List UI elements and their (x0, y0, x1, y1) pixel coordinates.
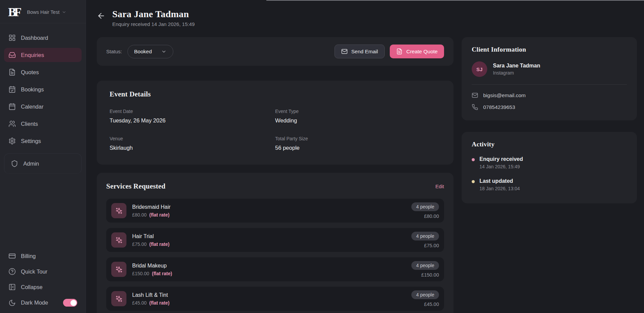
page-subtitle: Enquiry received 14 Jan 2026, 15:49 (112, 21, 195, 27)
shield-icon (11, 160, 18, 167)
sparkles-icon (115, 295, 123, 303)
people-badge: 4 people (411, 261, 439, 270)
chevron-down-icon (62, 10, 66, 15)
sidebar-footer-item[interactable]: Quick Tour (4, 265, 82, 278)
service-icon-tile (111, 262, 126, 277)
activity-card: Activity Enquiry received 14 Jan 2026, 1… (462, 132, 637, 203)
client-info-card: Client Information SJ Sara Jane Tadman I… (462, 37, 637, 120)
admin-section: Admin (4, 153, 82, 174)
status-label: Status: (106, 49, 122, 54)
field-value: Tuesday, 26 May 2026 (110, 117, 275, 124)
divider (0, 23, 86, 23)
sidebar-nav: Dashboard Enquiries Quotes Bookings Cale… (4, 31, 82, 148)
page-title: Sara Jane Tadman (112, 9, 195, 20)
field-label: Event Type (275, 109, 441, 114)
service-name: Bridal Makeup (132, 263, 406, 269)
service-price: £80.00 (132, 212, 147, 218)
sidebar-spacer (4, 174, 82, 249)
activity-item: Enquiry received 14 Jan 2026, 15:49 (472, 156, 627, 169)
avatar: SJ (472, 61, 487, 77)
activity-item: Last updated 18 Jan 2026, 13:04 (472, 178, 627, 191)
event-field: Total Party Size 56 people (275, 136, 441, 151)
sidebar-nav-item[interactable]: Clients (4, 117, 82, 131)
credit-card-icon (8, 252, 16, 260)
toggle-knob (70, 300, 77, 306)
sidebar-nav-item[interactable]: Enquiries (4, 48, 82, 62)
file-text-icon (8, 68, 16, 76)
service-icon-tile (111, 203, 126, 218)
activity-label: Enquiry received (479, 156, 523, 162)
workspace-name: Bows Hair Test (27, 9, 59, 15)
nav-item-label: Bookings (21, 86, 44, 93)
sidebar-item-admin[interactable]: Admin (6, 156, 79, 171)
create-quote-label: Create Quote (406, 49, 438, 55)
client-source: Instagram (493, 70, 540, 76)
inbox-icon (8, 51, 16, 59)
field-value: Wedding (275, 117, 441, 124)
calendar-icon (8, 103, 16, 110)
dark-mode-toggle[interactable] (63, 299, 77, 307)
create-quote-button[interactable]: Create Quote (390, 45, 444, 58)
client-name: Sara Jane Tadman (493, 63, 540, 69)
services-title: Services Requested (106, 182, 166, 191)
sidebar-footer-item[interactable]: Collapse (4, 280, 82, 294)
help-circle-icon (8, 268, 16, 275)
activity-time: 18 Jan 2026, 13:04 (479, 186, 520, 191)
workspace-switcher[interactable]: BF Bows Hair Test (4, 0, 82, 23)
activity-label: Last updated (479, 178, 520, 184)
field-label: Venue (110, 136, 275, 141)
sidebar-nav-item[interactable]: Dashboard (4, 31, 82, 45)
sidebar-footer-item[interactable]: Billing (4, 249, 82, 263)
dark-mode-label: Dark Mode (21, 300, 58, 306)
gear-icon (8, 137, 16, 145)
service-row: Bridal Makeup £150.00 (flat rate) 4 peop… (106, 257, 444, 281)
service-price: £150.00 (132, 271, 149, 276)
sidebar-nav-item[interactable]: Bookings (4, 82, 82, 96)
back-button[interactable] (97, 11, 106, 20)
nav-item-label: Admin (23, 161, 39, 167)
service-total: £75.00 (424, 243, 439, 248)
avatar-initials: SJ (476, 66, 482, 72)
service-price: £45.00 (132, 300, 147, 306)
sidebar-nav-item[interactable]: Settings (4, 134, 82, 148)
client-phone: 07854239653 (483, 104, 515, 110)
footer-item-label: Billing (21, 253, 36, 259)
services-card: Services Requested Edit Bridesmaid Hair (97, 173, 453, 313)
client-info-title: Client Information (472, 46, 627, 53)
service-rate-note: (flat rate) (149, 241, 170, 247)
sparkles-icon (115, 236, 123, 244)
top-divider (266, 0, 644, 1)
service-price: £75.00 (132, 241, 147, 247)
footer-item-label: Collapse (21, 284, 42, 290)
sidebar-footer: Billing Quick Tour Collapse Dark Mode (4, 249, 82, 313)
sidebar-nav-item[interactable]: Calendar (4, 99, 82, 114)
service-name: Hair Trial (132, 233, 406, 239)
app-logo: BF (8, 7, 22, 18)
field-value: 56 people (275, 145, 441, 151)
panel-collapse-icon (8, 283, 16, 291)
service-total: £80.00 (424, 214, 439, 219)
status-select[interactable]: Booked (127, 45, 174, 58)
send-email-label: Send Email (351, 49, 378, 55)
service-rate-note: (flat rate) (149, 300, 170, 306)
nav-item-label: Dashboard (21, 35, 48, 41)
service-name: Bridesmaid Hair (132, 204, 406, 210)
client-email: bigsis@email.com (483, 92, 526, 98)
nav-item-label: Quotes (21, 69, 39, 76)
divider (472, 84, 627, 85)
envelope-icon (341, 48, 348, 55)
status-value: Booked (134, 49, 152, 55)
event-field: Event Type Wedding (275, 109, 441, 124)
send-email-button[interactable]: Send Email (334, 45, 385, 58)
detail-column: Status: Booked Send Email Create Quote (97, 37, 453, 313)
people-badge: 4 people (411, 290, 439, 299)
footer-item-label: Quick Tour (21, 268, 48, 275)
edit-services-link[interactable]: Edit (435, 183, 444, 189)
chevron-down-icon (161, 49, 167, 54)
dashboard-icon (8, 34, 16, 41)
nav-item-label: Settings (21, 138, 41, 144)
activity-dot (472, 158, 475, 161)
service-icon-tile (111, 291, 126, 306)
phone-icon (472, 104, 478, 110)
sidebar-nav-item[interactable]: Quotes (4, 65, 82, 79)
